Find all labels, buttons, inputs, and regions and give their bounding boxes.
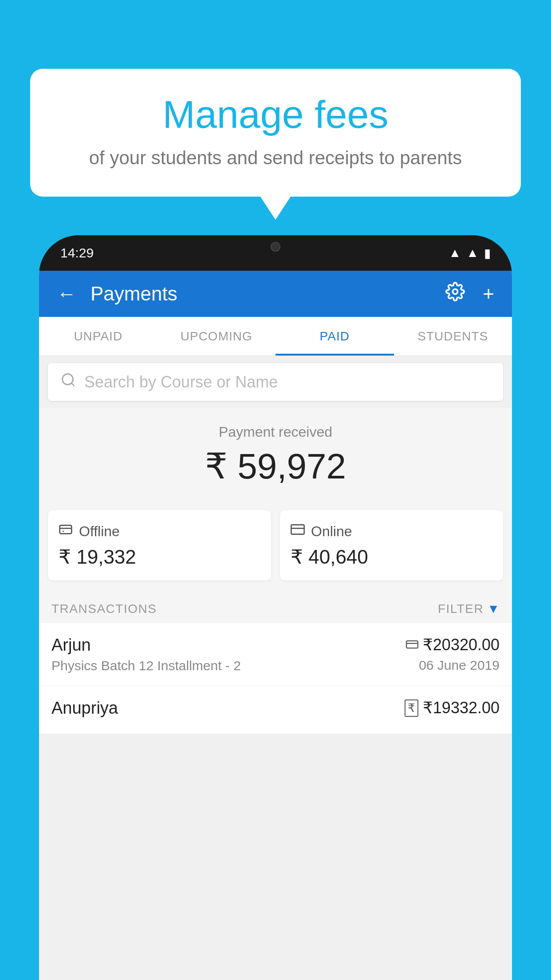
transaction-name: Anupriya — [51, 699, 405, 718]
bubble-title: Manage fees — [57, 93, 494, 136]
search-bar[interactable]: Search by Course or Name — [48, 363, 503, 401]
add-button[interactable]: + — [479, 279, 498, 308]
transaction-row[interactable]: Arjun Physics Batch 12 Installment - 2 ₹… — [39, 623, 512, 686]
offline-icon — [59, 522, 73, 540]
svg-point-0 — [453, 289, 458, 294]
online-card-header: Online — [291, 522, 492, 540]
svg-rect-8 — [406, 641, 418, 648]
tabs-container: UNPAID UPCOMING PAID STUDENTS — [39, 317, 512, 356]
speech-bubble-container: Manage fees of your students and send re… — [30, 69, 521, 197]
phone-screen: ← Payments + UNPAID UPCOMING PAID STU — [39, 271, 512, 980]
payment-received-label: Payment received — [48, 424, 503, 440]
transaction-left: Arjun Physics Batch 12 Installment - 2 — [51, 636, 406, 673]
status-bar: 14:29 ▲ ▲ ▮ — [39, 235, 512, 271]
online-card: Online ₹ 40,640 — [280, 510, 503, 581]
back-button[interactable]: ← — [53, 279, 80, 308]
status-time: 14:29 — [60, 245, 94, 261]
filter-icon: ▼ — [487, 602, 500, 616]
transaction-left: Anupriya — [51, 699, 405, 721]
wifi-icon: ▲ — [449, 246, 461, 260]
offline-card-header: Offline — [59, 522, 260, 540]
transaction-name: Arjun — [51, 636, 406, 655]
tab-unpaid[interactable]: UNPAID — [39, 317, 157, 356]
offline-label: Offline — [79, 523, 120, 540]
online-amount: ₹ 40,640 — [291, 545, 492, 568]
tab-upcoming[interactable]: UPCOMING — [157, 317, 276, 356]
phone-notch — [240, 235, 311, 258]
transaction-date: 06 June 2019 — [406, 658, 500, 673]
filter-label: FILTER — [438, 602, 484, 616]
transactions-header: TRANSACTIONS FILTER ▼ — [39, 591, 512, 623]
phone-frame: 14:29 ▲ ▲ ▮ ← Payments + UNPAID — [39, 235, 512, 980]
search-icon — [60, 372, 76, 392]
transaction-right: ₹ ₹19332.00 — [405, 699, 500, 721]
svg-point-1 — [63, 374, 73, 385]
filter-section[interactable]: FILTER ▼ — [438, 602, 500, 616]
offline-payment-icon: ₹ — [405, 699, 418, 717]
online-icon — [291, 522, 305, 540]
payment-type-icon — [406, 638, 418, 652]
payment-cards-row: Offline ₹ 19,332 Online ₹ 40,640 — [39, 499, 512, 591]
settings-button[interactable] — [442, 278, 468, 309]
signal-icon: ▲ — [466, 246, 479, 260]
transactions-label: TRANSACTIONS — [51, 602, 157, 616]
battery-icon: ▮ — [484, 246, 491, 261]
tab-paid[interactable]: PAID — [276, 317, 394, 356]
status-icons: ▲ ▲ ▮ — [449, 246, 491, 261]
svg-line-2 — [71, 383, 75, 386]
payment-received-amount: ₹ 59,972 — [48, 446, 503, 487]
bubble-subtitle: of your students and send receipts to pa… — [57, 146, 494, 170]
app-bar: ← Payments + — [39, 271, 512, 317]
transaction-amount: ₹ ₹19332.00 — [405, 699, 500, 717]
transaction-right: ₹20320.00 06 June 2019 — [406, 636, 500, 673]
offline-amount: ₹ 19,332 — [59, 545, 260, 568]
transaction-amount: ₹20320.00 — [406, 636, 500, 654]
transaction-detail: Physics Batch 12 Installment - 2 — [51, 658, 406, 673]
app-title: Payments — [91, 283, 431, 305]
payment-received-section: Payment received ₹ 59,972 — [39, 408, 512, 499]
svg-rect-3 — [60, 526, 72, 534]
offline-card: Offline ₹ 19,332 — [48, 510, 271, 581]
search-placeholder: Search by Course or Name — [84, 373, 278, 391]
speech-bubble: Manage fees of your students and send re… — [30, 69, 521, 197]
svg-rect-6 — [291, 525, 304, 534]
online-label: Online — [311, 523, 352, 540]
camera — [271, 242, 280, 252]
transaction-row[interactable]: Anupriya ₹ ₹19332.00 — [39, 686, 512, 734]
tab-students[interactable]: STUDENTS — [394, 317, 512, 356]
